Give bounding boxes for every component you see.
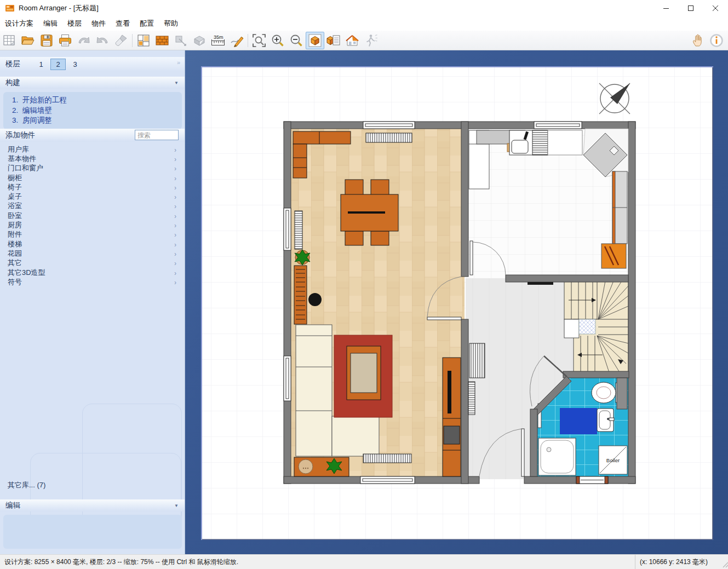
resize-grip[interactable] xyxy=(718,555,728,569)
category-item[interactable]: 楼梯 › xyxy=(0,239,185,249)
more-libraries-link[interactable]: 其它库... (7) xyxy=(8,480,45,490)
floor-tab[interactable]: 3 xyxy=(67,59,83,70)
close-button[interactable] xyxy=(703,0,728,16)
canvas-area[interactable]: Boiler xyxy=(185,50,728,554)
category-item[interactable]: 桌子 › xyxy=(0,192,185,201)
category-item[interactable]: 基本物件 › xyxy=(0,154,185,163)
category-item[interactable]: 卧室 › xyxy=(0,211,185,220)
category-item[interactable]: 用户库 › xyxy=(0,145,185,154)
category-list: 用户库 › 基本物件 › 门口和窗户 › 橱柜 xyxy=(0,145,185,286)
save-button[interactable] xyxy=(37,32,56,49)
radiator-hall-2[interactable] xyxy=(468,382,475,415)
search-input[interactable] xyxy=(135,130,179,140)
category-item[interactable]: 橱柜 › xyxy=(0,173,185,182)
open-button[interactable] xyxy=(19,32,37,49)
sideboard[interactable] xyxy=(294,457,349,476)
build-section-header[interactable]: 构建 ▼ xyxy=(0,77,185,89)
kitchen-cabinets-right[interactable] xyxy=(612,171,627,244)
undo-button[interactable] xyxy=(74,32,93,49)
category-item[interactable]: 门口和窗户 › xyxy=(0,164,185,173)
format-brush-button[interactable] xyxy=(112,32,130,49)
menu-item[interactable]: 配置 xyxy=(135,16,159,31)
new-project-button[interactable] xyxy=(0,32,19,49)
menu-item[interactable]: 物件 xyxy=(87,16,111,31)
chevron-right-icon: › xyxy=(174,174,176,181)
svg-text:Boiler: Boiler xyxy=(606,457,620,463)
sidebar: 楼层 123 » 构建 ▼ 1. 开始新的工程2. 编辑墙壁3. 房间调整 添加… xyxy=(0,50,185,554)
measure-button[interactable]: 35m xyxy=(209,32,227,49)
radiator-hall[interactable] xyxy=(469,343,485,378)
category-item[interactable]: 厨房 › xyxy=(0,220,185,229)
side-table[interactable] xyxy=(308,293,322,306)
edit-section-header[interactable]: 编辑 ▼ xyxy=(0,499,185,511)
menu-item[interactable]: 查看 xyxy=(111,16,135,31)
collapse-arrow-icon[interactable]: ▼ xyxy=(174,503,179,508)
window-kitchen-top xyxy=(534,122,582,129)
view-3d-button[interactable] xyxy=(306,32,324,49)
move-walls-button[interactable] xyxy=(171,32,190,49)
category-item[interactable]: 附件 › xyxy=(0,230,185,239)
collapse-sidebar-icon[interactable]: » xyxy=(177,59,180,66)
floors-label: 楼层 xyxy=(5,59,20,69)
kitchen-counter[interactable] xyxy=(548,130,582,155)
draw-walls-button[interactable] xyxy=(227,32,246,49)
floor-tab[interactable]: 1 xyxy=(33,59,49,70)
collapse-arrow-icon[interactable]: ▼ xyxy=(174,81,179,85)
floor-tab[interactable]: 2 xyxy=(50,59,66,70)
build-step-link[interactable]: 2. 编辑墙壁 xyxy=(12,106,182,116)
svg-text:35m: 35m xyxy=(214,35,223,40)
chevron-right-icon: › xyxy=(174,278,176,286)
pan-hand-button[interactable] xyxy=(689,32,707,49)
category-item[interactable]: 符号 › xyxy=(0,277,185,286)
menu-item[interactable]: 设计方案 xyxy=(0,16,38,31)
edit-walls-button[interactable] xyxy=(153,32,171,49)
add-objects-header[interactable]: 添加物件 xyxy=(0,129,185,142)
chevron-right-icon: › xyxy=(174,145,176,153)
status-bar: 设计方案: 8255 × 8400 毫米, 楼层: 2/3 -- 缩放: 75%… xyxy=(0,554,728,569)
menu-item[interactable]: 帮助 xyxy=(159,16,183,31)
status-text: 设计方案: 8255 × 8400 毫米, 楼层: 2/3 -- 缩放: 75%… xyxy=(4,557,635,567)
view-3d-objects-button[interactable] xyxy=(324,32,343,49)
measure-3d-button[interactable] xyxy=(190,32,209,49)
bookshelf[interactable] xyxy=(294,266,307,324)
kitchen-sink[interactable] xyxy=(509,130,548,155)
category-item[interactable]: 其它 › xyxy=(0,258,185,268)
redo-button[interactable] xyxy=(93,32,112,49)
chevron-right-icon: › xyxy=(174,212,176,220)
house-3d-button[interactable] xyxy=(343,32,362,49)
chevron-right-icon: › xyxy=(174,221,176,229)
edit-plan-button[interactable] xyxy=(134,32,153,49)
menu-item[interactable]: 楼层 xyxy=(62,16,87,31)
tv-cabinet[interactable] xyxy=(443,358,461,476)
category-item[interactable]: 其它3D造型 › xyxy=(0,268,185,277)
floor-tabs: 123 xyxy=(33,59,84,70)
build-step-link[interactable]: 3. 房间调整 xyxy=(12,116,182,126)
radiator-left[interactable] xyxy=(295,211,302,249)
print-button[interactable] xyxy=(56,32,74,49)
build-step-link[interactable]: 1. 开始新的工程 xyxy=(12,95,182,106)
category-item[interactable]: 花园 › xyxy=(0,249,185,258)
window-living-left xyxy=(284,208,291,250)
category-item[interactable]: 椅子 › xyxy=(0,182,185,192)
category-item[interactable]: 浴室 › xyxy=(0,202,185,211)
menu-item[interactable]: 编辑 xyxy=(38,16,62,31)
staircase[interactable] xyxy=(564,281,628,374)
window-title: Room Arranger - [无标题] xyxy=(19,3,99,13)
radiator-top[interactable] xyxy=(366,133,412,142)
chevron-right-icon: › xyxy=(174,183,176,191)
chevron-right-icon: › xyxy=(174,193,176,200)
radiator-bottom[interactable] xyxy=(363,454,411,463)
zoom-selection-button[interactable] xyxy=(250,32,268,49)
build-steps-panel: 1. 开始新的工程2. 编辑墙壁3. 房间调整 xyxy=(3,92,182,129)
chevron-right-icon: › xyxy=(174,202,176,210)
chevron-right-icon: › xyxy=(174,268,176,276)
zoom-out-button[interactable] xyxy=(287,32,306,49)
coffee-table[interactable] xyxy=(347,346,381,400)
kitchen-appliance[interactable] xyxy=(601,244,626,268)
walk-through-button[interactable] xyxy=(362,32,380,49)
zoom-in-button[interactable] xyxy=(268,32,287,49)
maximize-button[interactable] xyxy=(679,0,703,16)
info-button[interactable] xyxy=(707,32,726,49)
minimize-button[interactable] xyxy=(654,0,679,16)
window-living-top xyxy=(363,122,415,129)
